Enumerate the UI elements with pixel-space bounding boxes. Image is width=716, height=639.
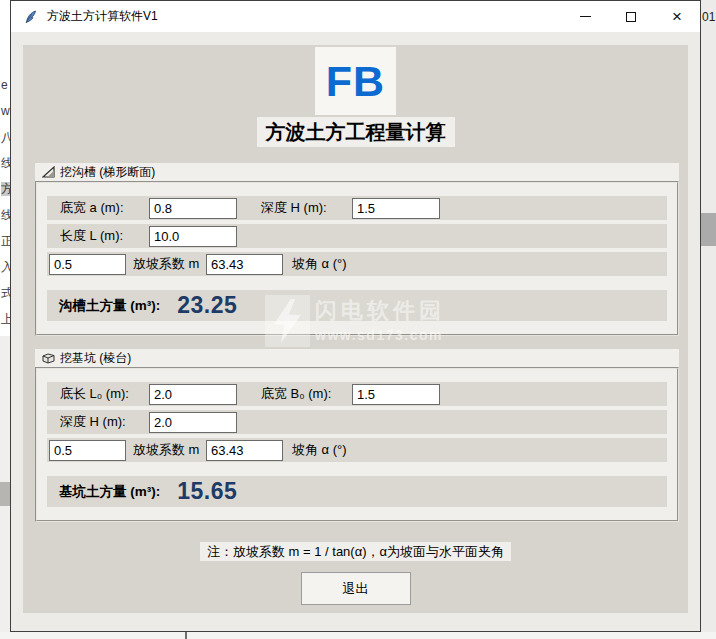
- section-pit-title: 挖基坑 (棱台): [35, 349, 679, 367]
- window-controls: ×: [562, 1, 700, 32]
- close-icon: ×: [672, 8, 682, 25]
- depth-label: 深度 H (m):: [60, 413, 149, 431]
- page-title: 方波土方工程量计算: [257, 117, 455, 147]
- background-scrollbar-thumb[interactable]: [701, 213, 716, 246]
- pit-volume-label: 基坑土方量 (m³):: [59, 483, 160, 501]
- bottom-width-input[interactable]: [149, 198, 237, 219]
- depth-input[interactable]: [352, 198, 440, 219]
- section-pit-body: 底长 L₀ (m): 底宽 B₀ (m): 深度 H (m):: [35, 367, 679, 522]
- window-body: FB 方波土方工程量计算 挖沟槽 (梯形断面) 底宽 a (m):: [11, 32, 700, 631]
- minimize-button[interactable]: [562, 1, 608, 32]
- depth-input[interactable]: [149, 412, 237, 433]
- background-text-selected: 方: [1, 182, 10, 196]
- length-label: 长度 L (m):: [60, 227, 149, 245]
- background-text: 式: [1, 286, 10, 300]
- background-window-left-sliver: e w 八 线 方 线 正 入 式 上: [0, 0, 10, 639]
- triangle-ruler-icon: [42, 166, 55, 178]
- input-row: 底宽 a (m): 深度 H (m):: [47, 196, 667, 220]
- slope-coefficient-input[interactable]: [49, 440, 126, 461]
- app-logo: FB: [315, 47, 396, 115]
- exit-button[interactable]: 退出: [301, 572, 411, 605]
- background-text: 正: [1, 234, 10, 248]
- result-row: 基坑土方量 (m³): 15.65: [47, 476, 667, 507]
- tk-feather-icon: [23, 9, 39, 25]
- background-window-bottom-sliver: [0, 632, 716, 639]
- maximize-icon: [626, 12, 636, 22]
- slope-angle-label: 坡角 α (°): [292, 441, 347, 459]
- screen: e w 八 线 方 线 正 入 式 上 01 方波土方计算软件V1: [0, 0, 716, 639]
- trench-volume-value: 23.25: [177, 292, 237, 319]
- maximize-button[interactable]: [608, 1, 654, 32]
- window-title: 方波土方计算软件V1: [47, 8, 158, 25]
- slope-row: 放坡系数 m 坡角 α (°): [47, 252, 667, 276]
- slope-coefficient-label: 放坡系数 m: [133, 255, 206, 273]
- package-icon: [42, 352, 55, 364]
- section-trench: 挖沟槽 (梯形断面) 底宽 a (m): 深度 H (m): 长度 L (m):: [35, 163, 679, 336]
- section-trench-title: 挖沟槽 (梯形断面): [35, 163, 679, 181]
- slope-coefficient-label: 放坡系数 m: [133, 441, 206, 459]
- slope-angle-label: 坡角 α (°): [292, 255, 347, 273]
- background-text: 上: [1, 312, 10, 326]
- background-text: 入: [1, 260, 10, 274]
- input-row: 长度 L (m):: [47, 224, 667, 248]
- section-title-label: 挖基坑 (棱台): [60, 351, 131, 365]
- pit-volume-value: 15.65: [177, 478, 237, 505]
- bottom-length-input[interactable]: [149, 384, 237, 405]
- background-text: w: [1, 104, 10, 118]
- background-scrollbar-thumb[interactable]: [0, 482, 10, 506]
- section-pit: 挖基坑 (棱台) 底长 L₀ (m): 底宽 B₀ (m): 深度 H (m):: [35, 349, 679, 522]
- slope-angle-input[interactable]: [206, 440, 283, 461]
- slope-angle-input[interactable]: [206, 254, 283, 275]
- bottom-length-label: 底长 L₀ (m):: [60, 385, 149, 403]
- section-trench-body: 底宽 a (m): 深度 H (m): 长度 L (m): 放: [35, 181, 679, 336]
- bottom-width-label: 底宽 a (m):: [60, 199, 149, 217]
- main-frame: FB 方波土方工程量计算 挖沟槽 (梯形断面) 底宽 a (m):: [23, 45, 688, 613]
- length-input[interactable]: [149, 226, 237, 247]
- depth-label: 深度 H (m):: [261, 199, 352, 217]
- background-text: e: [1, 78, 10, 92]
- bottom-width-input[interactable]: [352, 384, 440, 405]
- minimize-icon: [580, 16, 591, 17]
- bottom-width-label: 底宽 B₀ (m):: [261, 385, 352, 403]
- background-text: 线: [1, 208, 10, 222]
- divider: [185, 632, 187, 639]
- titlebar: 方波土方计算软件V1 ×: [11, 1, 700, 32]
- background-window-right-sliver: 01: [701, 0, 716, 639]
- slope-coefficient-input[interactable]: [49, 254, 126, 275]
- result-row: 沟槽土方量 (m³): 23.25: [47, 290, 667, 321]
- section-title-label: 挖沟槽 (梯形断面): [60, 165, 155, 179]
- trench-volume-label: 沟槽土方量 (m³):: [59, 297, 160, 315]
- background-text: 八: [1, 130, 10, 144]
- slope-row: 放坡系数 m 坡角 α (°): [47, 438, 667, 462]
- input-row: 深度 H (m):: [47, 410, 667, 434]
- close-button[interactable]: ×: [654, 1, 700, 32]
- app-window: 方波土方计算软件V1 × FB 方波土方工程量计算 挖: [10, 0, 701, 632]
- footnote: 注：放坡系数 m = 1 / tan(α)，α为坡面与水平面夹角: [200, 542, 511, 561]
- background-text: 线: [1, 156, 10, 170]
- input-row: 底长 L₀ (m): 底宽 B₀ (m):: [47, 382, 667, 406]
- background-text: 01: [702, 10, 715, 24]
